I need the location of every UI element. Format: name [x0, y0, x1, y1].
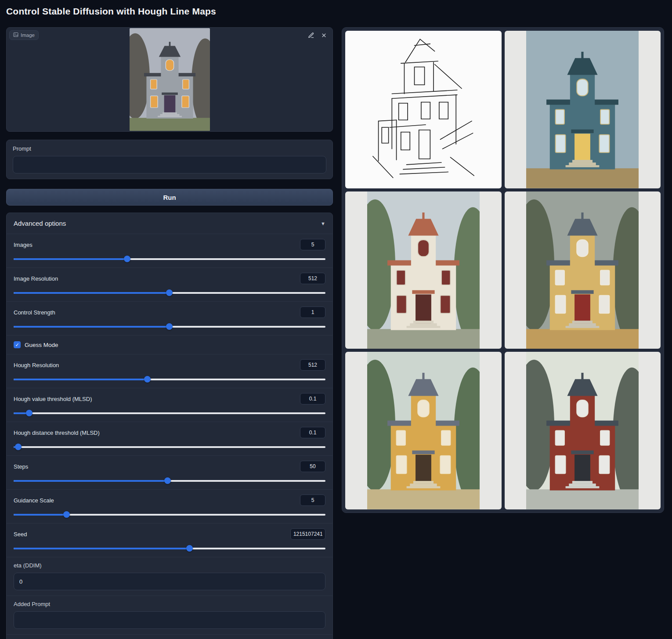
slider-handle[interactable] [63, 511, 70, 518]
image-label-chip: Image [9, 30, 39, 40]
slider-value-input[interactable] [300, 495, 325, 506]
slider-value-input[interactable] [300, 461, 325, 472]
slider-row-hough-distance-threshold-mlsd: Hough distance threshold (MLSD) [7, 422, 332, 455]
text-field-label: Added Prompt [14, 601, 325, 607]
gallery-item-teal-victorian-house[interactable] [505, 31, 661, 188]
slider-fill [14, 258, 127, 260]
slider-handle[interactable] [15, 444, 22, 450]
text-field-label: eta (DDIM) [14, 562, 325, 569]
slider-track[interactable] [14, 446, 325, 448]
gallery-item-hough-line-map[interactable] [345, 31, 502, 188]
checkbox-label: Guess Mode [25, 342, 58, 348]
text-row-eta-ddim: eta (DDIM) [7, 557, 332, 596]
slider[interactable] [14, 289, 325, 296]
image-label: Image [21, 32, 35, 38]
slider-value-input[interactable] [300, 239, 325, 250]
prompt-input[interactable] [13, 156, 326, 173]
slider-fill [14, 480, 168, 482]
slider-label: Hough value threshold (MLSD) [14, 396, 92, 402]
slider-row-guidance-scale: Guidance Scale [7, 489, 332, 523]
prompt-label: Prompt [13, 145, 326, 152]
result-gallery [342, 27, 664, 513]
slider-label: Hough Resolution [14, 362, 59, 368]
run-button[interactable]: Run [6, 189, 333, 206]
gallery-grid [345, 31, 661, 509]
slider-handle[interactable] [186, 545, 193, 552]
slider-row-steps: Steps [7, 455, 332, 489]
slider-fill [14, 379, 148, 380]
slider-row-hough-resolution: Hough Resolution [7, 354, 332, 388]
slider-value-input[interactable] [290, 528, 325, 540]
image-upload[interactable]: Image [6, 27, 333, 132]
slider-label: Images [14, 242, 33, 248]
advanced-options-title: Advanced options [14, 220, 66, 227]
slider-fill [14, 326, 170, 328]
slider-fill [14, 514, 67, 516]
slider-row-seed: Seed [7, 523, 332, 557]
slider-value-input[interactable] [300, 307, 325, 318]
slider[interactable] [14, 444, 325, 450]
slider-row-image-resolution: Image Resolution [7, 267, 332, 301]
slider-handle[interactable] [144, 376, 151, 383]
edit-image-button[interactable] [307, 31, 315, 40]
text-field-input[interactable] [14, 611, 325, 629]
slider-label: Image Resolution [14, 275, 58, 282]
slider-value-input[interactable] [300, 359, 325, 371]
gallery-item-yellow-house-red-door[interactable] [505, 191, 661, 349]
slider-label: Steps [14, 463, 28, 470]
slider-fill [14, 548, 190, 549]
slider-handle[interactable] [164, 477, 171, 484]
gallery-item-red-brick-house[interactable] [505, 352, 661, 509]
slider[interactable] [14, 545, 325, 552]
advanced-rows: Images Image Resolution Control Strength [7, 234, 332, 639]
left-column: Image Prompt [6, 27, 333, 639]
prompt-block: Prompt [6, 140, 333, 179]
advanced-options-panel: Advanced options ▼ Images Image Resoluti… [6, 213, 333, 639]
text-row-negative-prompt: Negative Prompt [7, 634, 332, 639]
slider-label: Guidance Scale [14, 497, 54, 504]
collapse-arrow-icon: ▼ [321, 221, 325, 226]
page-title: Control Stable Diffusion with Hough Line… [6, 6, 216, 17]
text-row-added-prompt: Added Prompt [7, 596, 332, 634]
slider-track[interactable] [14, 412, 325, 414]
slider[interactable] [14, 410, 325, 416]
slider-label: Control Strength [14, 309, 55, 316]
slider-handle[interactable] [26, 410, 33, 416]
image-icon [13, 32, 18, 38]
slider[interactable] [14, 323, 325, 330]
slider[interactable] [14, 511, 325, 518]
slider-row-hough-value-threshold-mlsd: Hough value threshold (MLSD) [7, 388, 332, 422]
text-field-input[interactable] [14, 573, 325, 590]
slider[interactable] [14, 376, 325, 383]
slider[interactable] [14, 256, 325, 262]
slider[interactable] [14, 477, 325, 484]
slider-handle[interactable] [124, 256, 130, 262]
checkbox-row-guess-mode[interactable]: ✓ Guess Mode [7, 335, 332, 354]
gallery-item-white-victorian-house[interactable] [345, 191, 502, 349]
slider-fill [14, 292, 170, 294]
slider-label: Seed [14, 531, 27, 538]
slider-handle[interactable] [166, 289, 173, 296]
gallery-item-golden-victorian-house[interactable] [345, 352, 502, 509]
advanced-options-toggle[interactable]: Advanced options ▼ [7, 213, 332, 234]
input-image-photo [130, 28, 210, 131]
image-actions [307, 31, 328, 40]
slider-handle[interactable] [166, 323, 173, 330]
slider-value-input[interactable] [300, 393, 325, 404]
checkbox[interactable]: ✓ [14, 341, 21, 348]
slider-value-input[interactable] [300, 427, 325, 438]
slider-label: Hough distance threshold (MLSD) [14, 430, 100, 436]
clear-image-button[interactable] [320, 31, 328, 40]
slider-value-input[interactable] [300, 273, 325, 284]
slider-row-control-strength: Control Strength [7, 301, 332, 335]
slider-row-images: Images [7, 234, 332, 267]
